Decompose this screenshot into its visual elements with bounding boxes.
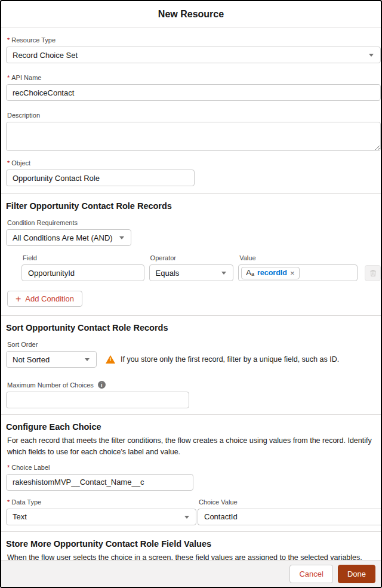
sort-warning-text: If you store only the first record, filt… [121,355,339,364]
condition-operator-select[interactable]: Equals [149,264,234,281]
choice-value-input[interactable] [198,509,381,525]
resource-type-label: * Resource Type [7,36,381,44]
resource-pill-label[interactable]: recordId [257,269,287,277]
resource-type-select[interactable]: Record Choice Set [6,47,381,63]
add-condition-button[interactable]: + Add Condition [7,291,82,307]
sort-order-label: Sort Order [7,341,381,348]
modal-title: New Resource [158,9,224,20]
data-type-label: * Data Type [7,498,196,506]
required-marker: * [7,159,10,167]
filter-heading: Filter Opportunity Contact Role Records [6,201,381,211]
section-sort: Sort Opportunity Contact Role Records So… [1,315,381,414]
condition-field-label: Field [23,254,144,261]
required-marker: * [7,464,10,471]
cancel-button[interactable]: Cancel [289,565,332,583]
sort-order-select[interactable]: Not Sorted [6,351,97,368]
section-filter: Filter Opportunity Contact Role Records … [1,193,381,315]
configure-heading: Configure Each Choice [6,422,381,432]
close-icon[interactable]: × [290,269,295,277]
choice-label-label: * Choice Label [7,464,381,471]
sort-heading: Sort Opportunity Contact Role Records [6,323,381,333]
description-label: Description [7,112,381,119]
choice-value-label: Choice Value [199,498,381,506]
chevron-down-icon [369,54,374,57]
max-choices-label: Maximum Number of Choices i [7,381,381,389]
chevron-down-icon [85,358,90,361]
warning-icon [106,355,115,364]
object-label: * Object [7,159,381,167]
condition-operator-label: Operator [150,254,234,261]
store-heading: Store More Opportunity Contact Role Fiel… [6,539,381,549]
choice-label-input[interactable] [6,474,193,491]
done-button[interactable]: Done [338,565,375,583]
text-type-icon: Aa [246,269,254,277]
new-resource-modal: New Resource * Resource Type Record Choi… [0,0,382,588]
trash-icon [369,269,377,277]
resource-pill[interactable]: Aa recordId × [241,267,299,279]
max-choices-input[interactable] [6,392,189,408]
info-icon[interactable]: i [98,381,106,389]
condition-value-label: Value [239,254,358,261]
api-name-label: * API Name [7,74,381,81]
section-basic: * Resource Type Record Choice Set * API … [1,27,381,193]
object-input[interactable] [6,170,195,186]
condition-value-combobox[interactable]: Aa recordId × [238,264,358,281]
data-type-select[interactable]: Text [6,509,196,525]
description-textarea[interactable] [6,122,381,151]
modal-footer: Cancel Done [1,560,381,587]
required-marker: * [7,74,10,81]
chevron-down-icon [184,516,189,519]
condition-requirements-label: Condition Requirements [7,219,381,226]
delete-condition-button[interactable] [365,265,381,281]
condition-requirements-select[interactable]: All Conditions Are Met (AND) [6,229,131,246]
modal-body: * Resource Type Record Choice Set * API … [1,27,381,560]
condition-row: Field Operator Equals Value [21,254,381,281]
configure-description: For each record that meets the filter co… [7,435,376,458]
chevron-down-icon [119,236,124,239]
api-name-input[interactable] [6,84,381,101]
section-configure: Configure Each Choice For each record th… [1,414,381,531]
plus-icon: + [16,294,21,304]
required-marker: * [7,498,10,506]
section-store: Store More Opportunity Contact Role Fiel… [1,531,381,561]
condition-field-input[interactable] [21,264,144,281]
chevron-down-icon [221,272,226,275]
modal-header: New Resource [1,1,381,27]
store-description: When the flow user selects the choice in… [7,552,376,561]
required-marker: * [7,36,10,44]
